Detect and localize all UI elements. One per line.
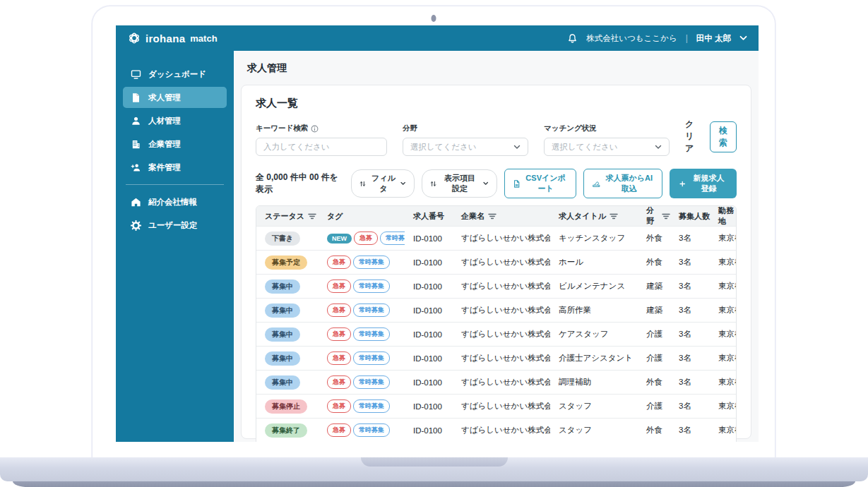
headcount-cell: 3名 (670, 377, 710, 387)
job-title-cell: キッチンスタッフ (550, 233, 638, 244)
keyword-input[interactable]: 入力してください (256, 138, 387, 156)
filter-button[interactable]: フィルタ (351, 169, 414, 198)
headcount-cell: 3名 (670, 281, 710, 291)
company-cell: すばらしいせかい株式会社 (453, 281, 550, 291)
sidebar-item[interactable]: 企業管理 (123, 133, 227, 155)
ai-import-button[interactable]: 求人票からAI取込 (583, 169, 662, 198)
tag-badge: 急募 (327, 279, 351, 293)
field-label: 分野 (403, 124, 417, 133)
sidebar-item[interactable]: ダッシュボード (123, 64, 227, 85)
headcount-cell: 3名 (670, 329, 710, 339)
column-header[interactable]: ステータス (256, 211, 319, 222)
tag-badge: 常時募集 (353, 303, 390, 317)
job-title-cell: ケアスタッフ (550, 329, 638, 339)
logo[interactable]: irohana match (127, 31, 218, 45)
column-header[interactable]: 企業名 (453, 211, 550, 222)
tag-list: 急募常時募集 (319, 279, 405, 293)
user-name[interactable]: 田中 太郎 (696, 33, 731, 44)
sidebar-item-label: 紹介会社情報 (148, 197, 197, 208)
headcount-cell: 3名 (670, 425, 710, 435)
column-filter-icon[interactable] (610, 213, 618, 220)
table-row[interactable]: 募集中 急募常時募集 ID-0100 すばらしいせかい株式会社 調理補助 外食 … (256, 370, 736, 394)
job-title-cell: 介護士アシスタント (550, 353, 638, 363)
csv-import-button[interactable]: CSVインポート (504, 169, 577, 198)
chevron-down-icon[interactable] (739, 35, 747, 41)
sidebar-divider (126, 184, 224, 185)
job-title-cell: ホール (550, 257, 638, 267)
status-badge: 募集中 (265, 327, 300, 342)
clear-button[interactable]: クリア (685, 119, 698, 155)
tag-badge: 急募 (327, 399, 351, 413)
scanner-icon (593, 179, 600, 188)
job-id-cell: ID-0100 (405, 306, 453, 315)
column-filter-icon[interactable] (662, 213, 670, 220)
table-row[interactable]: 募集中 急募常時募集 ID-0100 すばらしいせかい株式会社 ビルメンテナンス… (256, 274, 736, 298)
tag-badge: 急募 (327, 351, 351, 365)
job-title-cell: 調理補助 (550, 377, 638, 387)
app-window: irohana match 株式会社いつもここから | 田中 太郎 (116, 25, 759, 442)
sidebar-item[interactable]: ユーザー設定 (123, 215, 227, 236)
table-row[interactable]: 募集中 急募常時募集 ID-0100 すばらしいせかい株式会社 高所作業 建築 … (256, 298, 736, 322)
home-icon (130, 196, 141, 208)
column-label: 勤務地 (718, 205, 736, 227)
plus-icon (679, 180, 686, 188)
laptop-screen-bezel: irohana match 株式会社いつもここから | 田中 太郎 (92, 6, 775, 457)
job-id-cell: ID-0100 (405, 258, 453, 267)
table-header-row: ステータス タグ 求人番号 企業名 求人タイトル 分野 募集人数 勤務地 (256, 206, 736, 226)
table-row[interactable]: 募集中 急募常時募集 ID-0100 すばらしいせかい株式会社 介護士アシスタン… (256, 346, 736, 370)
sidebar-item[interactable]: 求人管理 (123, 87, 227, 108)
new-job-label: 新規求人登録 (691, 173, 727, 194)
tag-list: 急募常時募集 (319, 423, 405, 437)
sidebar-item-label: 人材管理 (148, 116, 181, 126)
display-settings-button[interactable]: 表示項目設定 (422, 169, 497, 198)
column-header[interactable]: 求人番号 (405, 211, 453, 222)
field-cell: 外食 (638, 257, 670, 267)
column-label: 求人タイトル (559, 211, 606, 222)
job-title-cell: 高所作業 (550, 305, 638, 315)
table-row[interactable]: 下書き NEW急募常時募集 ID-0100 すばらしいせかい株式会社 キッチンス… (256, 226, 736, 250)
location-cell: 東京都千代田区 (710, 353, 736, 363)
table-row[interactable]: 募集終了 急募常時募集 ID-0100 すばらしいせかい株式会社 スタッフ 外食… (256, 418, 736, 442)
logo-swirl-icon (127, 31, 141, 45)
status-badge: 下書き (265, 232, 300, 246)
table-toolbar: 全 0,000 件中 00 件を表示 フィルタ (256, 169, 737, 198)
table-row[interactable]: 募集停止 急募常時募集 ID-0100 すばらしいせかい株式会社 スタッフ 介護… (256, 394, 736, 418)
matching-select[interactable]: 選択してください (544, 138, 670, 156)
sidebar-item[interactable]: 人材管理 (123, 110, 227, 131)
status-badge: 募集中 (265, 279, 300, 294)
company-cell: すばらしいせかい株式会社 (453, 353, 550, 363)
info-icon[interactable] (311, 125, 319, 133)
column-header[interactable]: 分野 (638, 205, 670, 227)
headcount-cell: 3名 (670, 353, 710, 363)
column-filter-icon[interactable] (308, 213, 316, 220)
tag-list: 急募常時募集 (319, 327, 405, 341)
chevron-down-icon (483, 181, 488, 186)
person-add-icon (130, 162, 141, 173)
notification-bell-icon[interactable] (567, 33, 578, 44)
job-title-cell: ビルメンテナンス (550, 281, 638, 291)
sidebar-item[interactable]: 案件管理 (123, 157, 227, 178)
matching-filter: マッチング状況 選択してください (544, 124, 670, 156)
tag-badge: 急募 (327, 255, 351, 269)
column-header[interactable]: タグ (319, 211, 405, 222)
result-count: 全 0,000 件中 00 件を表示 (256, 172, 340, 196)
column-filter-icon[interactable] (488, 213, 497, 220)
field-placeholder: 選択してください (410, 142, 477, 152)
search-button[interactable]: 検索 (710, 121, 737, 152)
tag-badge: 常時募集 (353, 399, 390, 413)
column-header[interactable]: 募集人数 (670, 211, 710, 222)
company-cell: すばらしいせかい株式会社 (453, 401, 550, 411)
table-row[interactable]: 募集予定 急募常時募集 ID-0100 すばらしいせかい株式会社 ホール 外食 … (256, 250, 736, 274)
trackpad-notch (361, 457, 508, 467)
sidebar-item[interactable]: 紹介会社情報 (123, 191, 227, 212)
column-header[interactable]: 求人タイトル (550, 211, 638, 222)
status-badge: 募集停止 (265, 399, 307, 414)
location-cell: 東京都千代田区 (710, 233, 736, 244)
matching-placeholder: 選択してください (552, 142, 618, 152)
field-filter: 分野 選択してください (403, 124, 528, 156)
field-select[interactable]: 選択してください (403, 138, 528, 156)
table-row[interactable]: 募集中 急募常時募集 ID-0100 すばらしいせかい株式会社 ケアスタッフ 介… (256, 322, 736, 346)
new-job-button[interactable]: 新規求人登録 (670, 169, 737, 198)
csv-import-label: CSVインポート (524, 173, 567, 194)
column-header[interactable]: 勤務地 (710, 205, 736, 227)
